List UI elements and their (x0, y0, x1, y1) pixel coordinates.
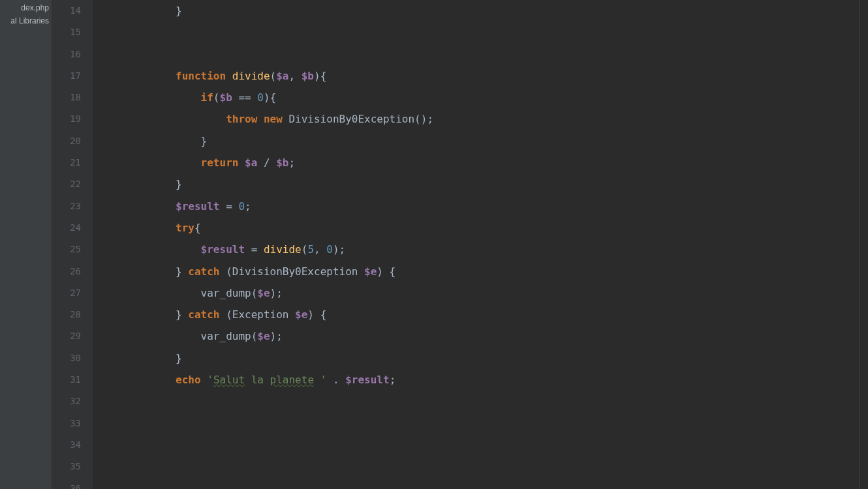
code-token: return (201, 156, 245, 169)
fold-strip[interactable] (93, 0, 125, 489)
line-number[interactable]: 27 (52, 282, 81, 304)
code-token: planete (270, 374, 314, 386)
line-number[interactable]: 20 (52, 130, 81, 152)
code-token: $b (220, 91, 232, 104)
line-number[interactable]: 19 (52, 108, 81, 130)
code-token: ); (270, 330, 283, 342)
line-number[interactable]: 30 (52, 348, 81, 369)
code-token: (); (414, 113, 433, 125)
code-token: ( (270, 70, 277, 82)
code-line[interactable]: } (125, 0, 859, 22)
code-token: la (245, 374, 270, 386)
line-number[interactable]: 14 (52, 0, 81, 22)
code-token: DivisionBy0Exception (232, 265, 364, 278)
code-token (125, 222, 176, 234)
code-token (125, 200, 176, 213)
code-line[interactable]: $result = divide(5, 0); (125, 239, 859, 260)
code-line[interactable] (125, 391, 859, 412)
line-number[interactable]: 25 (52, 239, 81, 260)
code-token: } (176, 308, 188, 321)
code-token: 0 (257, 91, 264, 104)
code-line[interactable] (125, 413, 859, 434)
line-number[interactable]: 24 (52, 217, 81, 239)
code-token: } (201, 135, 208, 147)
code-line[interactable]: return $a / $b; (125, 152, 859, 173)
code-token: 5 (307, 243, 314, 256)
code-token: { (194, 222, 201, 234)
code-token (125, 265, 176, 278)
line-number[interactable]: 35 (52, 456, 81, 477)
code-line[interactable]: } catch (Exception $e) { (125, 304, 859, 325)
code-line[interactable] (125, 478, 859, 489)
line-number[interactable]: 22 (52, 173, 81, 195)
code-token (125, 70, 176, 82)
code-line[interactable] (125, 44, 859, 65)
code-token (125, 374, 176, 386)
line-number[interactable]: 31 (52, 369, 81, 391)
code-token: $a (245, 156, 257, 169)
code-token (125, 330, 201, 342)
project-sidebar[interactable]: dex.php al Libraries (0, 0, 52, 489)
line-number[interactable]: 26 (52, 261, 81, 282)
code-token: $result (201, 243, 245, 256)
code-token (125, 308, 176, 321)
code-token: if (201, 91, 213, 104)
code-line[interactable]: } catch (DivisionBy0Exception $e) { (125, 261, 859, 282)
code-line[interactable] (125, 456, 859, 477)
code-token: , (314, 243, 326, 256)
app-root: dex.php al Libraries 1415161718192021222… (0, 0, 868, 489)
code-token: var_dump (201, 330, 251, 342)
code-token: ){ (314, 70, 326, 82)
code-token: DivisionBy0Exception (288, 113, 414, 125)
code-token (125, 113, 226, 125)
code-token: $e (257, 287, 270, 299)
code-token: var_dump (201, 287, 251, 299)
code-token: } (176, 265, 188, 278)
code-token: } (176, 5, 182, 17)
code-token: ( (251, 287, 258, 299)
line-number[interactable]: 29 (52, 325, 81, 347)
line-number[interactable]: 28 (52, 304, 81, 325)
line-number[interactable]: 21 (52, 152, 81, 173)
line-number-gutter[interactable]: 1415161718192021222324252627282930313233… (52, 0, 93, 489)
code-line[interactable]: } (125, 130, 859, 152)
code-line[interactable]: var_dump($e); (125, 282, 859, 304)
line-number[interactable]: 15 (52, 22, 81, 43)
tree-item-libraries[interactable]: al Libraries (0, 14, 52, 27)
code-token (125, 135, 201, 147)
code-line[interactable]: throw new DivisionBy0Exception(); (125, 108, 859, 130)
line-number[interactable]: 16 (52, 44, 81, 65)
code-token: $e (295, 308, 307, 321)
line-number[interactable]: 34 (52, 434, 81, 456)
code-token: function (176, 70, 232, 82)
code-line[interactable]: var_dump($e); (125, 325, 859, 347)
vertical-scrollbar[interactable] (859, 0, 868, 489)
line-number[interactable]: 32 (52, 391, 81, 412)
line-number[interactable]: 23 (52, 196, 81, 217)
line-number[interactable]: 33 (52, 413, 81, 434)
code-line[interactable]: echo 'Salut la planete ' . $result; (125, 369, 859, 391)
code-token: catch (188, 265, 226, 278)
code-token (125, 91, 201, 104)
code-token: . (326, 374, 345, 386)
code-line[interactable]: if($b == 0){ (125, 87, 859, 108)
code-line[interactable]: } (125, 348, 859, 369)
code-token: } (176, 178, 182, 190)
code-token: 0 (326, 243, 333, 256)
tree-item-file[interactable]: dex.php (0, 1, 52, 14)
code-editor[interactable]: 1415161718192021222324252627282930313233… (52, 0, 868, 489)
code-token (125, 178, 176, 190)
code-line[interactable]: } (125, 173, 859, 195)
line-number[interactable]: 18 (52, 87, 81, 108)
code-token (125, 5, 176, 17)
code-line[interactable] (125, 434, 859, 456)
code-token: , (288, 70, 301, 82)
code-line[interactable] (125, 22, 859, 43)
line-number[interactable]: 36 (52, 478, 81, 489)
code-line[interactable]: $result = 0; (125, 196, 859, 217)
code-line[interactable]: try{ (125, 217, 859, 239)
line-number[interactable]: 17 (52, 65, 81, 87)
code-token: ; (390, 374, 396, 386)
code-area[interactable]: } function divide($a, $b){ if($b == 0){ … (125, 0, 859, 489)
code-line[interactable]: function divide($a, $b){ (125, 65, 859, 87)
